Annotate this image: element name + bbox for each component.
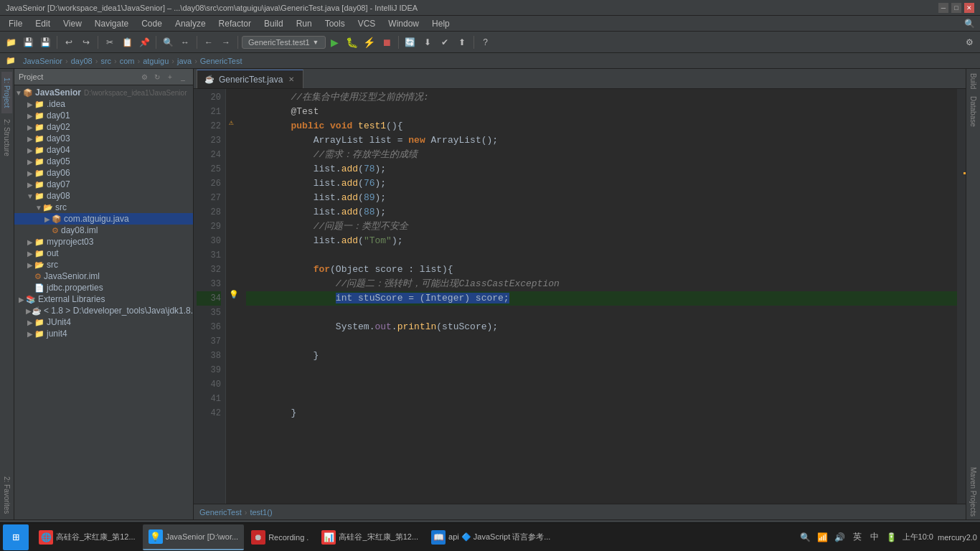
menu-build[interactable]: Build [258,17,289,30]
tree-day08-src[interactable]: ▼ 📂 src [14,202,193,213]
code-editor[interactable]: //在集合中使用泛型之前的情况: @Test public void test1… [240,89,957,504]
tree-jdk[interactable]: ▶ ☕ < 1.8 > D:\developer_tools\Java\jdk1… [14,305,193,316]
panel-sync-btn[interactable]: ↻ [151,71,163,83]
tree-src-root[interactable]: ▶ 📂 src [14,259,193,270]
tree-idea[interactable]: ▶ 📁 .idea [14,98,193,110]
toolbar-undo[interactable]: ↩ [61,34,77,50]
tree-junit4[interactable]: ▶ 📁 JUnit4 [14,316,193,328]
tree-package-com[interactable]: ▶ 📦 com.atguigu.java [14,213,193,225]
favorites-tab[interactable]: 2: Favorites [1,471,12,519]
menu-refactor[interactable]: Refactor [213,17,257,30]
close-button[interactable]: ✕ [964,3,974,13]
start-button[interactable]: ⊞ [3,524,29,550]
breadcrumb-generictest[interactable]: GenericTest [200,57,242,65]
tray-search[interactable]: 🔍 [799,531,812,544]
toolbar-cut[interactable]: ✂ [102,34,118,50]
tree-jdbc-properties[interactable]: ▶ 📄 jdbc.properties [14,282,193,293]
project-tab[interactable]: 1: Project [1,72,12,113]
toolbar-update[interactable]: ⬇ [420,34,435,50]
menu-navigate[interactable]: Navigate [89,17,134,30]
menu-vcs[interactable]: VCS [352,17,382,30]
toolbar-push[interactable]: ⬆ [454,34,470,50]
tray-lang[interactable]: 英 [851,531,864,544]
taskbar-ppt1[interactable]: 📊 高硅谷_宋红康_第12... [316,524,424,550]
breadcrumb-javassenior[interactable]: JavaSenior [23,57,62,65]
tree-day04[interactable]: ▶ 📁 day04 [14,144,193,156]
tip-icon-line34[interactable]: 💡 [229,290,239,299]
database-panel-tab[interactable]: Database [968,93,979,130]
menu-view[interactable]: View [57,17,88,30]
tray-input[interactable]: 中 [868,531,881,544]
build-panel-tab[interactable]: Build [968,70,979,92]
panel-minimize-btn[interactable]: _ [177,71,189,83]
menu-code[interactable]: Code [136,17,168,30]
stop-button[interactable]: ⏹ [379,34,395,50]
toolbar-back[interactable]: ← [201,34,217,50]
taskbar-intellij[interactable]: 💡 JavaSenior [D:\wor... [143,524,245,550]
toolbar-open-project[interactable]: 📁 [3,34,19,50]
editor-tab-generictest[interactable]: ☕ GenericTest.java ✕ [197,70,303,88]
run-with-coverage[interactable]: ⚡ [362,34,377,50]
tree-day08-iml[interactable]: ▶ ⚙ day08.iml [14,225,193,236]
menu-run[interactable]: Run [291,17,318,30]
tray-battery[interactable]: 🔋 [885,531,898,544]
menu-window[interactable]: Window [382,17,425,30]
tree-day07[interactable]: ▶ 📁 day07 [14,179,193,190]
panel-gear-btn[interactable]: ⚙ [138,71,150,83]
tree-external-libs[interactable]: ▶ 📚 External Libraries [14,293,193,305]
menu-analyze[interactable]: Analyze [169,17,212,30]
tree-root-javassenior[interactable]: ▼ 📦 JavaSenior D:\workspace_idea1\JavaSe… [14,87,193,98]
toolbar-help[interactable]: ? [478,34,494,50]
tree-javasenioriml[interactable]: ▶ ⚙ JavaSenior.iml [14,270,193,282]
tray-volume[interactable]: 🔊 [834,531,847,544]
tree-day02[interactable]: ▶ 📁 day02 [14,121,193,133]
tree-myproject03[interactable]: ▶ 📁 myproject03 [14,236,193,248]
structure-tab[interactable]: 2: Structure [1,113,12,162]
toolbar-commit[interactable]: ✔ [437,34,453,50]
breadcrumb-src[interactable]: src [100,57,111,65]
run-button[interactable]: ▶ [327,34,343,50]
toolbar-settings[interactable]: ⚙ [961,34,977,50]
breadcrumb-atguigu[interactable]: atguigu [143,57,169,65]
menu-tools[interactable]: Tools [319,17,351,30]
menu-help[interactable]: Help [426,17,456,30]
tree-day06[interactable]: ▶ 📁 day06 [14,167,193,179]
taskbar-api[interactable]: 📖 api 🔷 JavaScript 语言参考... [425,524,556,550]
editor-nav-class[interactable]: GenericTest [199,508,242,517]
toolbar-save-all[interactable]: 💾 [37,34,53,50]
breadcrumb-day08[interactable]: day08 [71,57,93,65]
editor-content[interactable]: 20 21 22 23 24 25 26 27 28 29 30 31 32 3… [194,89,966,504]
tree-junit4-lower[interactable]: ▶ 📁 junit4 [14,328,193,339]
tree-day08[interactable]: ▼ 📁 day08 [14,190,193,202]
tab-close-button[interactable]: ✕ [287,75,296,84]
tree-day03[interactable]: ▶ 📁 day03 [14,133,193,144]
run-configuration-selector[interactable]: GenericTest.test1 ▼ [242,36,326,49]
panel-expand-btn[interactable]: + [164,71,176,83]
tray-wifi[interactable]: 📶 [816,531,829,544]
menu-file[interactable]: File [3,17,28,30]
toolbar-vcs[interactable]: 🔄 [402,34,418,50]
maximize-button[interactable]: □ [951,3,961,13]
taskbar-chrome[interactable]: 🌐 高硅谷_宋红康_第12... [33,524,141,550]
warning-icon-line22[interactable]: ⚠ [229,118,234,127]
menu-edit[interactable]: Edit [29,17,56,30]
minimize-button[interactable]: ─ [938,3,948,13]
toolbar-redo[interactable]: ↪ [78,34,94,50]
toolbar-copy[interactable]: 📋 [119,34,135,50]
toolbar-replace[interactable]: ↔ [177,34,193,50]
tree-day05[interactable]: ▶ 📁 day05 [14,156,193,167]
debug-button[interactable]: 🐛 [344,34,360,50]
tree-day01[interactable]: ▶ 📁 day01 [14,110,193,121]
toolbar-find[interactable]: 🔍 [160,34,176,50]
code-line-40 [246,377,957,392]
toolbar-paste[interactable]: 📌 [136,34,152,50]
taskbar-recording[interactable]: ⏺ Recording . [245,524,314,550]
breadcrumb-java[interactable]: java [177,57,192,65]
toolbar-save[interactable]: 💾 [20,34,36,50]
editor-nav-method[interactable]: test1() [250,508,272,517]
maven-panel-tab[interactable]: Maven Projects [968,464,979,519]
breadcrumb-com[interactable]: com [120,57,135,65]
toolbar-forward[interactable]: → [218,34,234,50]
tree-out[interactable]: ▶ 📁 out [14,248,193,259]
search-everywhere-button[interactable]: 🔍 [961,16,977,32]
